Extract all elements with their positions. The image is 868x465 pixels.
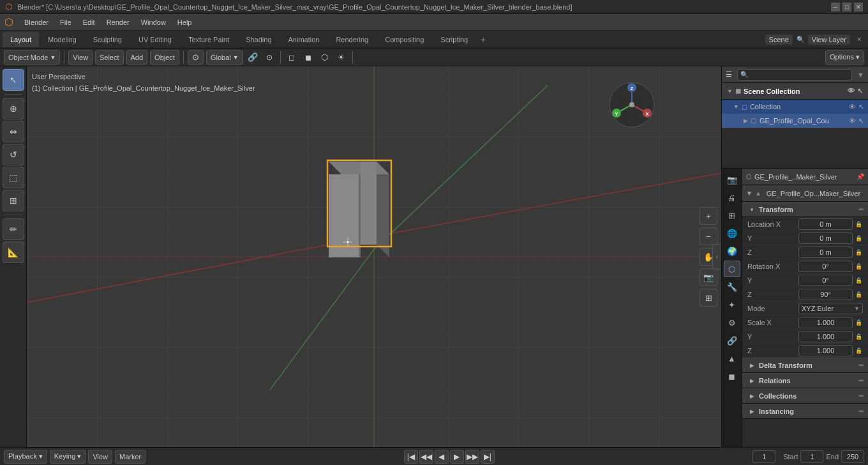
- rotate-tool-button[interactable]: ↺: [3, 144, 24, 165]
- rotation-x-field[interactable]: 0°: [798, 261, 853, 272]
- rotation-x-lock-icon[interactable]: 🔒: [854, 262, 863, 271]
- particles-properties-icon[interactable]: ✦: [724, 296, 740, 313]
- snapping-icon[interactable]: 🔗: [246, 50, 260, 65]
- orientation-gizmo[interactable]: Z X Y: [606, 79, 657, 130]
- tab-uv-editing[interactable]: UV Editing: [131, 32, 179, 47]
- search-icon[interactable]: 🔍: [795, 34, 805, 45]
- measure-tool-button[interactable]: 📐: [3, 241, 24, 263]
- view-layer-close-icon[interactable]: ✕: [853, 33, 865, 46]
- view-dropdown[interactable]: View: [88, 450, 112, 464]
- tab-sculpting[interactable]: Sculpting: [86, 32, 130, 47]
- collection-select-icon[interactable]: ↖: [858, 103, 864, 111]
- transform-more-button[interactable]: ···: [858, 204, 863, 215]
- end-frame-field[interactable]: 250: [841, 450, 864, 463]
- rotation-z-lock-icon[interactable]: 🔒: [854, 290, 863, 299]
- transform-tool-button[interactable]: ⊞: [3, 190, 24, 211]
- cursor-tool-button[interactable]: ⊕: [3, 98, 24, 119]
- global-transform-dropdown[interactable]: Global ▼: [206, 50, 243, 65]
- tab-compositing[interactable]: Compositing: [377, 32, 431, 47]
- view-layer-selector[interactable]: View Layer: [808, 34, 850, 45]
- menu-window[interactable]: Window: [136, 16, 171, 29]
- play-button[interactable]: ▶: [450, 450, 464, 464]
- camera-button[interactable]: 📷: [700, 268, 717, 286]
- delta-transform-section-header[interactable]: ▶ Delta Transform ···: [742, 358, 868, 373]
- rendered-preview-btn[interactable]: ☀: [334, 50, 348, 65]
- menu-file[interactable]: File: [55, 16, 77, 29]
- tab-texture-paint[interactable]: Texture Paint: [181, 32, 237, 47]
- playback-dropdown[interactable]: Playback ▾: [4, 450, 47, 464]
- jump-back-button[interactable]: ◀: [435, 450, 449, 464]
- object-select-icon[interactable]: ↖: [858, 117, 864, 125]
- scene-select-icon[interactable]: ↖: [857, 87, 863, 95]
- location-y-lock-icon[interactable]: 🔒: [854, 234, 863, 243]
- collection-hide-icon[interactable]: 👁: [849, 103, 856, 111]
- view-menu[interactable]: View: [68, 50, 93, 65]
- object-mode-dropdown[interactable]: Object Mode ▼: [4, 50, 60, 65]
- output-properties-icon[interactable]: 🖨: [724, 189, 740, 206]
- constraints-properties-icon[interactable]: 🔗: [724, 332, 740, 349]
- menu-render[interactable]: Render: [101, 16, 135, 29]
- annotate-tool-button[interactable]: ✏: [3, 218, 24, 240]
- tab-modeling[interactable]: Modeling: [40, 32, 84, 47]
- viewport-shading-mode[interactable]: ⊙: [188, 50, 204, 65]
- location-y-field[interactable]: 0 m: [798, 232, 853, 244]
- scale-z-field[interactable]: 1.000: [798, 345, 853, 356]
- collection-item[interactable]: ▼ ◻ Collection 👁 ↖: [722, 100, 868, 114]
- scale-y-lock-icon[interactable]: 🔒: [854, 332, 863, 341]
- relations-section-header[interactable]: ▶ Relations ···: [742, 373, 868, 388]
- relations-more-button[interactable]: ···: [858, 375, 863, 386]
- rotation-y-field[interactable]: 0°: [798, 275, 853, 286]
- maximize-button[interactable]: □: [842, 3, 851, 11]
- tab-shading[interactable]: Shading: [238, 32, 279, 47]
- jump-to-start-button[interactable]: |◀: [404, 450, 418, 464]
- collections-section-header[interactable]: ▶ Collections ···: [742, 388, 868, 404]
- tab-layout[interactable]: Layout: [3, 32, 39, 47]
- scene-selector[interactable]: Scene: [765, 34, 793, 45]
- material-preview-btn[interactable]: ⬡: [318, 50, 332, 65]
- current-frame-number[interactable]: 1: [752, 450, 775, 463]
- outliner-search-input[interactable]: [737, 69, 852, 80]
- add-workspace-tab-button[interactable]: +: [477, 33, 490, 46]
- rotation-mode-selector[interactable]: XYZ Euler ▼: [798, 303, 863, 314]
- outliner-filter-icon[interactable]: ▼: [857, 71, 864, 79]
- location-x-field[interactable]: 0 m: [798, 218, 853, 230]
- material-properties-icon[interactable]: ◼: [724, 368, 740, 385]
- start-frame-field[interactable]: 1: [800, 450, 823, 463]
- zoom-in-button[interactable]: +: [700, 207, 717, 225]
- modifier-properties-icon[interactable]: 🔧: [724, 278, 740, 295]
- scale-x-field[interactable]: 1.000: [798, 317, 853, 328]
- physics-properties-icon[interactable]: ⚙: [724, 314, 740, 331]
- scene-name[interactable]: Scene: [765, 34, 793, 45]
- scene-hide-icon[interactable]: 👁: [848, 87, 855, 95]
- tab-animation[interactable]: Animation: [281, 32, 327, 47]
- instancing-more-button[interactable]: ···: [858, 406, 863, 417]
- menu-blender[interactable]: Blender: [19, 16, 54, 29]
- object-name-field[interactable]: ⬡ GE_Profile_..Maker_Silver 📌: [742, 169, 868, 185]
- step-back-button[interactable]: ◀◀: [419, 450, 433, 464]
- wireframe-shading-btn[interactable]: ◻: [285, 50, 299, 65]
- location-z-field[interactable]: 0 m: [798, 247, 853, 258]
- viewport-3d[interactable]: User Perspective (1) Collection | GE_Pro…: [27, 66, 721, 447]
- mesh-data-field[interactable]: ▼ ▲ GE_Profile_Op...Maker_Silver: [742, 185, 868, 202]
- local-global-toggle[interactable]: ⊞: [700, 289, 717, 307]
- blender-logo[interactable]: ⬡: [3, 16, 15, 29]
- menu-help[interactable]: Help: [172, 16, 197, 29]
- jump-to-end-button[interactable]: ▶|: [481, 450, 495, 464]
- world-properties-icon[interactable]: 🌍: [724, 243, 740, 259]
- transform-section-header[interactable]: ▼ Transform ···: [742, 202, 868, 217]
- delta-more-button[interactable]: ···: [858, 360, 863, 371]
- keying-dropdown[interactable]: Keying ▾: [50, 450, 86, 464]
- object-hide-icon[interactable]: 👁: [849, 117, 856, 125]
- options-dropdown[interactable]: Options ▾: [825, 50, 864, 65]
- render-properties-icon[interactable]: 📷: [724, 171, 740, 188]
- scale-y-field[interactable]: 1.000: [798, 331, 853, 342]
- proportional-editing-icon[interactable]: ⊙: [262, 50, 276, 65]
- scale-tool-button[interactable]: ⬚: [3, 167, 24, 188]
- solid-shading-btn[interactable]: ◼: [301, 50, 315, 65]
- marker-dropdown[interactable]: Marker: [115, 450, 146, 464]
- instancing-section-header[interactable]: ▶ Instancing ···: [742, 404, 868, 419]
- select-menu[interactable]: Select: [95, 50, 124, 65]
- move-tool-button[interactable]: ⇔: [3, 121, 24, 142]
- scale-z-lock-icon[interactable]: 🔒: [854, 346, 863, 355]
- tab-scripting[interactable]: Scripting: [433, 32, 475, 47]
